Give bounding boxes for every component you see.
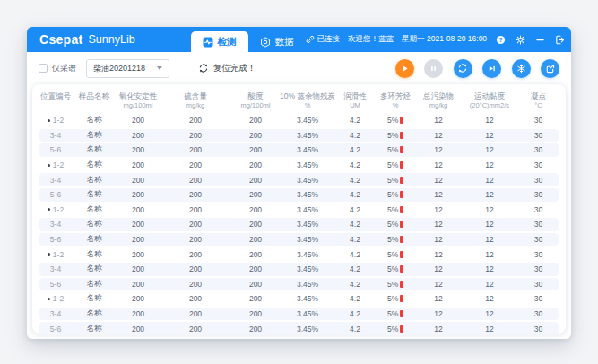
value-cell: 12 xyxy=(416,220,461,229)
main-tabs: 检测 数据 xyxy=(191,27,306,52)
sample-name-cell: 名称 xyxy=(72,308,117,319)
tab-detect-label: 检测 xyxy=(218,36,237,48)
logout-icon[interactable] xyxy=(554,34,566,46)
table-row[interactable]: 3-4名称2002002003.45%4.25%121230 xyxy=(39,129,559,143)
sample-name-cell: 名称 xyxy=(72,249,117,260)
chevron-down-icon xyxy=(157,66,162,70)
tab-data[interactable]: 数据 xyxy=(248,31,306,52)
value-cell: 4.2 xyxy=(335,250,375,259)
alert-flag-icon xyxy=(400,251,403,258)
minimize-button[interactable] xyxy=(534,34,546,46)
value-cell: 4.2 xyxy=(335,131,375,140)
value-cell: 200 xyxy=(160,294,231,303)
value-cell: 200 xyxy=(231,264,280,273)
value-cell: 5% xyxy=(375,309,416,318)
value-cell: 12 xyxy=(416,250,461,259)
value-cell: 5% xyxy=(375,160,416,169)
spectrum-only-checkbox[interactable] xyxy=(39,64,48,73)
table-row[interactable]: 3-4名称2002002003.45%4.25%121230 xyxy=(39,173,559,186)
sync-button[interactable] xyxy=(454,59,472,78)
position-cell: 1-2 xyxy=(39,160,72,169)
value-cell: 200 xyxy=(117,205,160,214)
table-row[interactable]: 3-4名称2002002003.45%4.25%121230 xyxy=(39,308,559,321)
table-row[interactable]: 3-4名称2002002003.45%4.25%121230 xyxy=(39,263,559,276)
value-cell: 200 xyxy=(160,116,231,125)
value-cell: 30 xyxy=(518,235,559,244)
tab-detect[interactable]: 检测 xyxy=(191,31,248,52)
table-row[interactable]: 5-6名称2002002003.45%4.25%121230 xyxy=(39,278,559,291)
reset-status-text: 复位完成！ xyxy=(213,63,256,74)
spectrum-only-toggle[interactable]: 仅采谱 xyxy=(39,63,76,74)
value-cell: 3.45% xyxy=(280,264,335,273)
alert-flag-icon xyxy=(400,325,403,333)
value-cell: 3.45% xyxy=(280,205,335,214)
sample-name-cell: 名称 xyxy=(72,204,117,215)
value-cell: 200 xyxy=(160,309,231,318)
value-cell: 30 xyxy=(518,250,559,259)
value-cell: 12 xyxy=(416,190,461,199)
alert-flag-icon xyxy=(400,295,403,302)
connection-status: 已连接 xyxy=(306,34,341,45)
value-cell: 12 xyxy=(461,190,518,199)
table-row[interactable]: 5-6名称2002002003.45%4.25%121230 xyxy=(39,322,559,335)
value-cell: 30 xyxy=(518,309,559,318)
table-row[interactable]: 1-2名称2002002003.45%4.25%121230 xyxy=(39,159,559,172)
value-cell: 200 xyxy=(160,280,231,289)
start-button[interactable] xyxy=(395,59,414,78)
value-cell: 200 xyxy=(231,250,280,259)
value-cell: 12 xyxy=(461,309,518,318)
col-header-contaminants: 总污染物mg/kg xyxy=(416,91,461,109)
position-cell: 3-4 xyxy=(39,131,72,140)
value-cell: 200 xyxy=(231,145,280,154)
value-cell: 30 xyxy=(518,205,559,214)
col-header-viscosity: 运动黏度(20°C)mm2/s xyxy=(461,91,518,109)
export-button[interactable] xyxy=(541,59,559,78)
table-row[interactable]: 1-2名称2002002003.45%4.25%121230 xyxy=(39,204,559,217)
value-cell: 5% xyxy=(375,145,416,154)
col-header-carbon-residue: 10% 蒸余物残炭% xyxy=(280,91,335,109)
reset-refresh-icon[interactable] xyxy=(198,63,209,74)
value-cell: 30 xyxy=(518,145,559,154)
table-row[interactable]: 1-2名称2002002003.45%4.25%121230 xyxy=(39,292,559,306)
app-logo: Csepat SunnyLib xyxy=(27,27,135,52)
value-cell: 3.45% xyxy=(280,160,335,169)
value-cell: 3.45% xyxy=(280,220,335,229)
value-cell: 12 xyxy=(416,176,461,185)
pause-button[interactable] xyxy=(424,59,443,78)
table-row[interactable]: 5-6名称2002002003.45%4.25%121230 xyxy=(39,188,559,202)
table-row[interactable]: 5-6名称2002002003.45%4.25%121230 xyxy=(39,143,559,157)
value-cell: 200 xyxy=(160,131,231,140)
position-cell: 3-4 xyxy=(39,220,72,229)
logo-secondary-text: SunnyLib xyxy=(88,33,134,46)
table-row[interactable]: 3-4名称2002002003.45%4.25%121230 xyxy=(39,218,559,231)
value-cell: 4.2 xyxy=(335,205,375,214)
value-cell: 200 xyxy=(231,176,280,185)
value-cell: 200 xyxy=(160,325,231,334)
value-cell: 12 xyxy=(461,160,518,169)
value-cell: 200 xyxy=(231,190,280,199)
sample-name-cell: 名称 xyxy=(72,234,117,245)
table-row[interactable]: 1-2名称2002002003.45%4.25%121230 xyxy=(39,114,559,127)
sample-select[interactable]: 柴油20201218 xyxy=(86,59,169,78)
settings-gear-icon[interactable] xyxy=(515,34,526,46)
value-cell: 200 xyxy=(231,116,280,125)
alert-flag-icon xyxy=(400,281,403,288)
value-cell: 5% xyxy=(375,190,416,199)
value-cell: 5% xyxy=(375,116,416,125)
datetime-text: 星期一 2021-08-20 16:00 xyxy=(402,34,487,45)
value-cell: 12 xyxy=(461,325,518,334)
freeze-snowflake-button[interactable] xyxy=(512,59,531,78)
value-cell: 4.2 xyxy=(335,160,375,169)
value-cell: 5% xyxy=(375,176,416,185)
help-button[interactable]: ? xyxy=(495,34,507,46)
value-cell: 200 xyxy=(231,131,280,140)
current-row-bullet-icon xyxy=(48,253,50,256)
step-forward-button[interactable] xyxy=(482,59,501,78)
logo-primary-text: Csepat xyxy=(39,32,82,47)
sample-name-cell: 名称 xyxy=(72,264,117,274)
value-cell: 200 xyxy=(117,145,160,154)
table-row[interactable]: 1-2名称2002002003.45%4.25%121230 xyxy=(39,247,559,261)
value-cell: 3.45% xyxy=(280,116,335,125)
value-cell: 12 xyxy=(461,116,518,125)
table-row[interactable]: 5-6名称2002002003.45%4.25%121230 xyxy=(39,233,559,247)
